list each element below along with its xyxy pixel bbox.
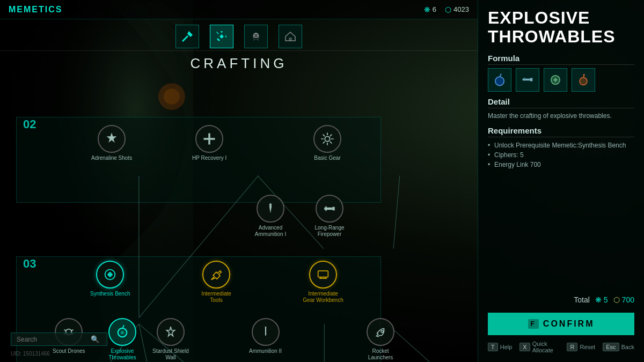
node-adv-ammo[interactable]: Advanced Ammunition I — [249, 195, 292, 238]
uid-text: UID: 150131466 — [11, 351, 50, 357]
cipher-value: 6 — [433, 5, 436, 13]
node-explosive[interactable]: Explosive Throwables — [101, 318, 144, 361]
total-energy: ⬡ 700 — [613, 295, 634, 304]
reset-label: Reset — [580, 344, 595, 350]
formula-item-2 — [544, 68, 567, 92]
node-int-tools-label: Intermediate Tools — [195, 291, 238, 304]
node-synthesis-bench[interactable]: Synthesis Bench — [90, 261, 130, 297]
formula-label: Formula — [488, 54, 634, 65]
node-rockets[interactable]: Rocket Launchers — [359, 318, 402, 361]
confirm-label: CONFIRM — [543, 319, 595, 329]
node-adv-ammo-label: Advanced Ammunition I — [249, 225, 292, 238]
node-int-gear-circle — [309, 261, 337, 289]
node-basic-gear[interactable]: Basic Gear — [313, 125, 341, 161]
node-explosive-circle — [108, 318, 136, 346]
svg-line-7 — [393, 176, 400, 249]
cipher-total-icon: ❋ — [595, 295, 602, 304]
resources: ❋ 6 ⬡ 4023 — [424, 5, 469, 14]
cipher-resource: ❋ 6 — [424, 5, 436, 14]
tree-area: 02 03 — [0, 74, 478, 362]
confirm-button[interactable]: F CONFIRM — [488, 313, 634, 335]
node-adrenaline[interactable]: Adrenaline Shots — [91, 125, 132, 161]
cat-weapons[interactable] — [175, 25, 199, 48]
back-key: Esc — [603, 343, 619, 351]
help-key: T — [488, 343, 498, 351]
requirements-label: Requirements — [488, 126, 634, 137]
cat-gear[interactable] — [244, 25, 268, 48]
node-hp-recovery-circle — [195, 125, 223, 153]
search-bar: 🔍 — [11, 333, 107, 346]
search-input[interactable] — [17, 336, 86, 343]
tier-03-label: 03 — [17, 253, 42, 275]
item-title: EXPLOSIVETHROWABLES — [488, 9, 634, 46]
total-label: Total — [574, 295, 590, 304]
node-basic-gear-circle — [313, 125, 341, 153]
node-scout-label: Scout Drones — [53, 348, 85, 354]
svg-rect-22 — [318, 271, 328, 277]
right-panel: EXPLOSIVETHROWABLES Formula Detail — [478, 0, 644, 362]
svg-point-30 — [523, 78, 525, 80]
formula-section: Formula — [488, 54, 634, 92]
cipher-total-value: 5 — [604, 295, 608, 304]
energy-resource: ⬡ 4023 — [445, 5, 469, 14]
node-ammo2-circle — [252, 318, 280, 346]
cat-base[interactable] — [279, 25, 302, 48]
category-row — [0, 19, 478, 51]
svg-rect-18 — [332, 207, 334, 211]
node-int-gear-label: Intermediate Gear Workbench — [302, 291, 345, 304]
node-ammo2-label: Ammunition II — [249, 348, 282, 354]
svg-rect-19 — [325, 206, 326, 211]
req-1: Ciphers: 5 — [488, 150, 634, 160]
reset-key: R — [567, 343, 577, 351]
node-int-gear[interactable]: Intermediate Gear Workbench — [302, 261, 345, 304]
svg-point-3 — [221, 35, 223, 38]
allocate-key: X — [519, 343, 530, 351]
node-long-range[interactable]: Long-Range Firepower — [308, 195, 351, 238]
node-int-tools-circle — [202, 261, 230, 289]
svg-point-32 — [580, 78, 587, 85]
node-stardust-circle — [157, 318, 185, 346]
total-cipher: ❋ 5 — [595, 295, 608, 304]
back-label: Back — [621, 344, 634, 350]
svg-rect-29 — [530, 78, 533, 82]
svg-rect-5 — [289, 38, 292, 41]
node-long-range-label: Long-Range Firepower — [308, 225, 351, 238]
node-int-tools[interactable]: Intermediate Tools — [195, 261, 238, 304]
node-adv-ammo-circle — [257, 195, 284, 223]
node-explosive-label: Explosive Throwables — [101, 348, 144, 361]
cat-crafting[interactable] — [210, 25, 233, 48]
main-container: MEMETICS ❋ 6 ⬡ 4023 — [0, 0, 644, 362]
node-rockets-label: Rocket Launchers — [359, 348, 402, 361]
svg-point-21 — [108, 273, 112, 277]
req-0: Unlock Prerequisite Memetic:Synthesis Be… — [488, 141, 634, 150]
formula-items — [488, 68, 634, 92]
node-stardust[interactable]: Stardust Shield Wall — [149, 318, 192, 361]
search-icon: 🔍 — [91, 335, 99, 343]
energy-icon: ⬡ — [445, 5, 451, 14]
formula-item-3 — [572, 68, 595, 92]
svg-point-15 — [325, 136, 330, 141]
page-title: CRAFTING — [0, 51, 478, 74]
energy-value: 4023 — [453, 5, 469, 13]
svg-point-16 — [269, 203, 272, 205]
req-2: Energy Link 700 — [488, 160, 634, 169]
requirements-list: Unlock Prerequisite Memetic:Synthesis Be… — [488, 141, 634, 169]
node-ammo2[interactable]: Ammunition II — [249, 318, 282, 354]
node-hp-recovery[interactable]: HP Recovery I — [192, 125, 226, 161]
app-title: MEMETICS — [9, 5, 62, 14]
detail-text: Master the crafting of explosive throwab… — [488, 112, 634, 121]
node-synthesis-circle — [96, 261, 124, 289]
node-adrenaline-label: Adrenaline Shots — [91, 155, 132, 161]
detail-section: Detail Master the crafting of explosive … — [488, 97, 634, 121]
svg-point-27 — [495, 77, 504, 86]
svg-point-26 — [121, 331, 124, 334]
shortcuts: T Help X Quick Allocate R Reset Esc Back — [488, 341, 634, 353]
node-synthesis-label: Synthesis Bench — [90, 291, 130, 297]
left-panel: MEMETICS ❋ 6 ⬡ 4023 — [0, 0, 478, 362]
cipher-icon: ❋ — [424, 5, 430, 14]
tier-02-label: 02 — [17, 113, 42, 135]
node-rockets-circle — [367, 318, 394, 346]
node-hp-label: HP Recovery I — [192, 155, 226, 161]
node-adrenaline-circle — [98, 125, 126, 153]
formula-item-1 — [516, 68, 539, 92]
